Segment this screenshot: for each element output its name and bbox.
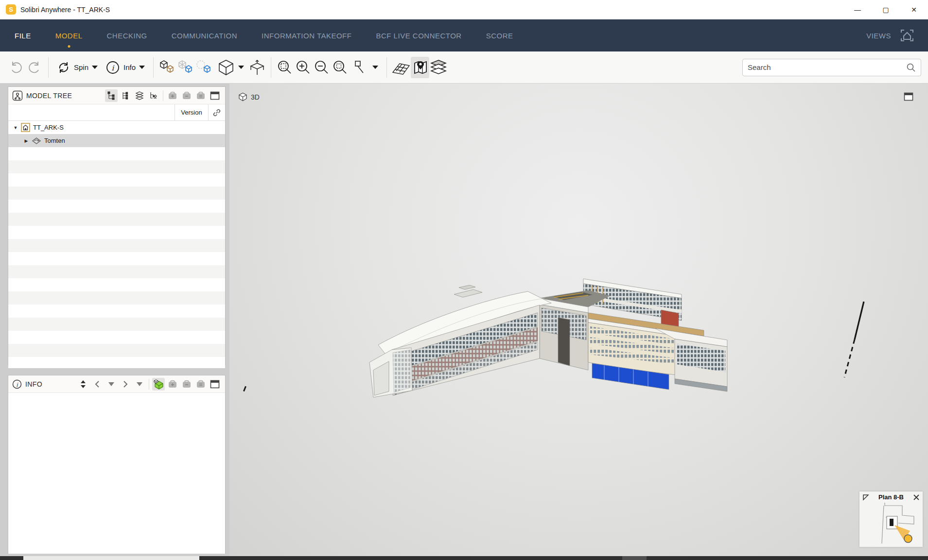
viewport-3d[interactable]: 3D <box>229 84 928 556</box>
sort-button[interactable] <box>77 378 89 390</box>
window-title: Solibri Anywhere - TT_ARK-S <box>20 6 110 14</box>
zoom-fit-button[interactable] <box>276 57 294 78</box>
model-tree-header: MODEL TREE <box>8 87 225 104</box>
pick-component-button[interactable] <box>152 378 165 390</box>
hide-components-button[interactable] <box>176 57 195 78</box>
toolbar-separator <box>386 57 387 78</box>
previous-button[interactable] <box>91 378 104 390</box>
info-label: Info <box>123 63 136 71</box>
show-all-components-button[interactable] <box>158 57 176 78</box>
minimize-button[interactable]: — <box>843 0 872 19</box>
tree-row-label: Tomten <box>44 137 65 144</box>
basket-remove-button[interactable] <box>180 89 193 102</box>
close-button[interactable]: ✕ <box>900 0 928 19</box>
viewport-panel-button[interactable] <box>904 92 913 101</box>
floor-plane-button[interactable] <box>391 57 411 78</box>
list-view-button[interactable] <box>119 89 132 102</box>
link-icon <box>212 108 221 117</box>
next-button[interactable] <box>119 378 132 390</box>
zoom-out-icon <box>314 59 330 76</box>
dimension-tool-icon <box>353 60 369 75</box>
basket-remove-button[interactable] <box>180 378 193 390</box>
component-hierarchy-button[interactable] <box>147 89 160 102</box>
bottom-scrollbar <box>0 556 928 560</box>
grid-section-line <box>840 299 871 381</box>
menu-checking[interactable]: CHECKING <box>106 29 148 43</box>
title-bar: S Solibri Anywhere - TT_ARK-S — ▢ ✕ <box>0 0 928 19</box>
info-panel-header: i INFO <box>8 375 225 393</box>
menu-file[interactable]: FILE <box>14 29 32 43</box>
tree-view-button[interactable] <box>105 89 118 102</box>
basket-add-button[interactable] <box>166 378 179 390</box>
view-preset-tool[interactable] <box>213 59 248 76</box>
model-tree-title: MODEL TREE <box>26 92 72 100</box>
main-area: MODEL TREE <box>0 84 928 556</box>
view-preset-dropdown-icon[interactable] <box>238 66 244 69</box>
menu-communication[interactable]: COMMUNICATION <box>171 29 238 43</box>
basket-set-button[interactable] <box>194 378 207 390</box>
minimap-resize-icon[interactable] <box>862 494 869 501</box>
site-icon <box>32 137 41 145</box>
version-column-header[interactable]: Version <box>175 104 209 120</box>
model-tree-panel: MODEL TREE <box>8 86 226 365</box>
zoom-fit-icon <box>277 59 293 76</box>
panel-window-button[interactable] <box>209 89 221 102</box>
tree-row-tomten[interactable]: ▶ Tomten <box>8 134 225 147</box>
zoom-out-button[interactable] <box>313 57 331 78</box>
cube-transparent-icon <box>196 60 212 75</box>
undo-button[interactable] <box>7 57 25 78</box>
link-column-header[interactable] <box>209 104 225 120</box>
info-panel-title: INFO <box>25 380 42 388</box>
markup-tool[interactable] <box>350 60 382 75</box>
scrollbar-thumb[interactable] <box>23 556 199 560</box>
menu-model-label: MODEL <box>55 32 83 40</box>
svg-text:i: i <box>112 64 115 72</box>
toolbar-search <box>742 59 921 76</box>
building-model[interactable] <box>364 266 733 407</box>
basket-set-button[interactable] <box>194 89 207 102</box>
layer-view-button[interactable] <box>133 89 146 102</box>
menu-information-takeoff[interactable]: INFORMATION TAKEOFF <box>261 29 352 43</box>
menu-score[interactable]: SCORE <box>485 29 514 43</box>
basket-add-button[interactable] <box>166 89 179 102</box>
caret-expanded-icon[interactable]: ▼ <box>12 125 19 130</box>
panel-window-button[interactable] <box>209 378 221 390</box>
redo-button[interactable] <box>25 57 44 78</box>
map-pin-icon <box>412 59 428 76</box>
info-dropdown-icon[interactable] <box>139 66 145 69</box>
spin-tool[interactable]: Spin <box>53 61 102 74</box>
section-box-icon <box>248 59 266 76</box>
transparent-components-button[interactable] <box>195 57 213 78</box>
tree-row-tt-ark-s[interactable]: ▼ TT_ARK-S <box>8 121 225 134</box>
menu-bcf-live-connector[interactable]: BCF LIVE CONNECTOR <box>375 29 462 43</box>
spin-dropdown-icon[interactable] <box>92 66 98 69</box>
minimap-toggle-button[interactable] <box>411 57 429 78</box>
header-separator <box>163 90 163 101</box>
tree-filter-input[interactable] <box>8 104 175 120</box>
stray-gridline-mark <box>243 386 246 391</box>
minimap-close-icon[interactable] <box>913 494 920 501</box>
layers-icon <box>429 59 448 76</box>
info-icon: i <box>105 60 120 75</box>
search-input[interactable] <box>748 63 906 71</box>
views-label[interactable]: VIEWS <box>866 32 891 40</box>
minimap-panel[interactable]: Plan 8-B <box>859 492 923 547</box>
next-dropdown-icon[interactable] <box>133 378 146 390</box>
section-box-button[interactable] <box>248 57 266 78</box>
previous-dropdown-icon[interactable] <box>105 378 118 390</box>
home-view-capture-icon[interactable] <box>900 28 914 43</box>
view-label: 3D <box>251 93 260 101</box>
zoom-in-button[interactable] <box>294 57 313 78</box>
markup-dropdown-icon[interactable] <box>372 66 378 69</box>
info-tool[interactable]: i Info <box>102 60 149 75</box>
caret-collapsed-icon[interactable]: ▶ <box>23 138 30 143</box>
zoom-selection-button[interactable] <box>331 57 350 78</box>
menu-model[interactable]: MODEL <box>54 29 84 43</box>
minimap-floorplan <box>859 501 923 546</box>
layers-button[interactable] <box>429 57 448 78</box>
cubes-show-icon <box>159 60 175 75</box>
tree-filter-row: Version <box>8 104 225 121</box>
minimap-header: Plan 8-B <box>859 492 923 501</box>
maximize-button[interactable]: ▢ <box>872 0 900 19</box>
cube-3d-icon <box>238 92 247 102</box>
